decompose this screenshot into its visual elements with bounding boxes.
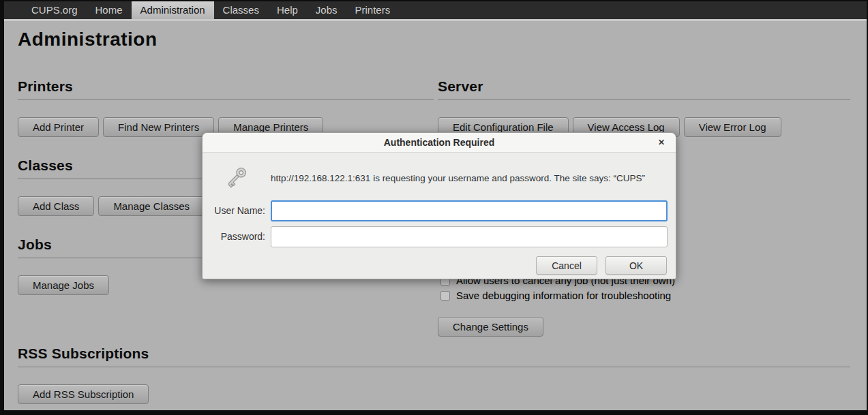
auth-dialog-body: http://192.168.122.1:631 is requesting y… xyxy=(203,153,676,279)
key-icon xyxy=(223,164,250,191)
setting-row: Save debugging information for troublesh… xyxy=(440,290,671,301)
server-heading: Server xyxy=(438,78,850,100)
nav-printers[interactable]: Printers xyxy=(346,1,400,19)
find-new-printers-button[interactable]: Find New Printers xyxy=(103,117,214,137)
window-frame: CUPS.org Home Administration Classes Hel… xyxy=(0,0,868,415)
username-label: User Name: xyxy=(203,205,265,216)
printers-section: Printers Add Printer Find New Printers M… xyxy=(18,78,434,137)
view-error-log-button[interactable]: View Error Log xyxy=(684,117,781,137)
rss-subscriptions-section: RSS Subscriptions Add RSS Subscription xyxy=(18,345,850,404)
manage-jobs-button[interactable]: Manage Jobs xyxy=(18,275,109,295)
password-label: Password: xyxy=(203,231,265,242)
auth-dialog-title: Authentication Required xyxy=(203,133,676,153)
password-input[interactable] xyxy=(271,226,668,247)
change-settings-button[interactable]: Change Settings xyxy=(438,317,543,337)
nav-classes[interactable]: Classes xyxy=(214,1,268,19)
auth-message: http://192.168.122.1:631 is requesting y… xyxy=(271,173,669,183)
save-debugging-label: Save debugging information for troublesh… xyxy=(456,290,671,301)
nav-jobs[interactable]: Jobs xyxy=(307,1,346,19)
ok-button[interactable]: OK xyxy=(605,256,667,275)
printers-heading: Printers xyxy=(18,78,434,100)
add-rss-subscription-button[interactable]: Add RSS Subscription xyxy=(18,384,149,404)
main-nav: CUPS.org Home Administration Classes Hel… xyxy=(4,1,867,19)
manage-classes-button[interactable]: Manage Classes xyxy=(98,196,205,216)
cancel-button[interactable]: Cancel xyxy=(536,256,597,275)
page-title: Administration xyxy=(18,29,158,50)
auth-dialog: Authentication Required ✕ http://192.168… xyxy=(202,132,676,279)
nav-cups-org[interactable]: CUPS.org xyxy=(23,1,87,19)
nav-administration[interactable]: Administration xyxy=(132,1,214,19)
add-class-button[interactable]: Add Class xyxy=(18,196,94,216)
auth-dialog-titlebar: Authentication Required ✕ xyxy=(203,133,676,153)
rss-buttons: Add RSS Subscription xyxy=(18,384,850,404)
rss-subscriptions-heading: RSS Subscriptions xyxy=(18,345,850,367)
nav-home[interactable]: Home xyxy=(87,1,132,19)
username-input[interactable] xyxy=(271,200,668,221)
add-printer-button[interactable]: Add Printer xyxy=(18,117,99,137)
nav-help[interactable]: Help xyxy=(268,1,307,19)
server-section: Server Edit Configuration File View Acce… xyxy=(438,78,850,137)
close-icon[interactable]: ✕ xyxy=(655,133,668,153)
save-debugging-checkbox[interactable] xyxy=(440,291,450,301)
change-settings-wrap: Change Settings xyxy=(438,317,543,337)
